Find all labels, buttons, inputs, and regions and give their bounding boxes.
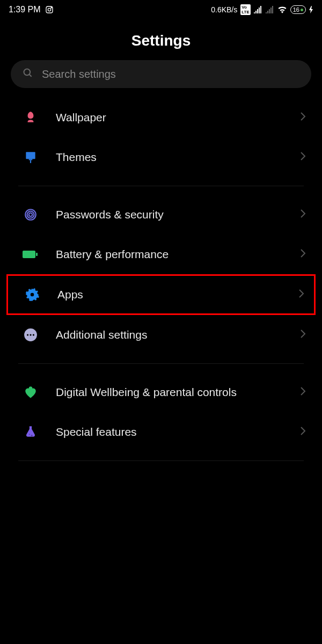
svg-point-16 bbox=[30, 334, 31, 335]
settings-item-label: Digital Wellbeing & parental controls bbox=[56, 385, 283, 399]
svg-point-19 bbox=[29, 434, 30, 435]
instagram-icon bbox=[45, 5, 54, 14]
search-bar[interactable] bbox=[11, 60, 311, 88]
settings-item-label: Wallpaper bbox=[56, 110, 283, 125]
status-data-rate: 0.6KB/s bbox=[211, 5, 237, 14]
settings-item-additional-settings[interactable]: Additional settings bbox=[0, 315, 322, 355]
battery-icon bbox=[23, 246, 39, 262]
settings-item-special-features[interactable]: Special features bbox=[0, 412, 322, 452]
divider bbox=[18, 363, 304, 364]
chevron-right-icon bbox=[301, 330, 306, 340]
status-time: 1:39 PM bbox=[9, 5, 41, 14]
chevron-right-icon bbox=[301, 209, 306, 220]
settings-item-digital-wellbeing[interactable]: Digital Wellbeing & parental controls bbox=[0, 372, 322, 412]
fingerprint-icon bbox=[23, 207, 39, 223]
settings-item-label: Additional settings bbox=[56, 327, 283, 342]
svg-point-1 bbox=[48, 8, 50, 11]
chevron-right-icon bbox=[301, 249, 306, 260]
signal-icon-2 bbox=[266, 6, 274, 13]
settings-item-label: Battery & performance bbox=[56, 247, 283, 261]
chevron-right-icon bbox=[301, 387, 306, 398]
wallpaper-icon bbox=[23, 109, 39, 126]
svg-point-13 bbox=[31, 293, 34, 297]
settings-item-label: Special features bbox=[56, 425, 283, 439]
chevron-right-icon bbox=[301, 427, 306, 437]
page-title: Settings bbox=[0, 19, 322, 60]
svg-point-8 bbox=[29, 213, 33, 217]
settings-item-label: Apps bbox=[57, 287, 282, 302]
svg-line-4 bbox=[30, 75, 32, 77]
divider bbox=[18, 460, 304, 461]
chevron-right-icon bbox=[301, 152, 306, 163]
chevron-right-icon bbox=[301, 112, 306, 123]
more-icon bbox=[23, 327, 39, 343]
svg-point-3 bbox=[24, 69, 31, 76]
svg-rect-6 bbox=[29, 159, 33, 160]
svg-point-17 bbox=[33, 334, 34, 335]
heart-icon bbox=[23, 384, 39, 400]
settings-item-themes[interactable]: Themes bbox=[0, 137, 322, 177]
themes-icon bbox=[23, 149, 39, 165]
svg-rect-11 bbox=[23, 251, 35, 258]
chevron-right-icon bbox=[299, 289, 304, 300]
volte-badge: VoLTE bbox=[240, 4, 251, 15]
charging-icon bbox=[309, 6, 313, 13]
settings-item-passwords-security[interactable]: Passwords & security bbox=[0, 195, 322, 235]
gear-icon bbox=[24, 287, 40, 303]
svg-point-15 bbox=[27, 334, 28, 335]
svg-rect-5 bbox=[26, 152, 35, 159]
svg-point-2 bbox=[51, 8, 52, 8]
svg-point-20 bbox=[31, 435, 33, 436]
signal-icon-1 bbox=[254, 6, 262, 13]
settings-item-label: Passwords & security bbox=[56, 207, 283, 222]
flask-icon bbox=[23, 424, 39, 440]
svg-rect-12 bbox=[36, 253, 38, 256]
divider bbox=[18, 186, 304, 186]
search-input[interactable] bbox=[42, 68, 299, 80]
svg-rect-7 bbox=[30, 160, 31, 163]
settings-item-wallpaper[interactable]: Wallpaper bbox=[0, 98, 322, 137]
settings-item-apps[interactable]: Apps bbox=[6, 274, 316, 315]
search-icon bbox=[23, 68, 33, 80]
settings-item-battery-performance[interactable]: Battery & performance bbox=[0, 235, 322, 274]
settings-list: Wallpaper Themes Passwords & security Ba… bbox=[0, 98, 322, 461]
svg-point-9 bbox=[27, 211, 34, 218]
battery-indicator: 16 bbox=[290, 5, 306, 14]
settings-item-label: Themes bbox=[56, 150, 283, 164]
wifi-icon bbox=[277, 6, 287, 13]
status-bar: 1:39 PM 0.6KB/s VoLTE 16 bbox=[0, 0, 322, 19]
